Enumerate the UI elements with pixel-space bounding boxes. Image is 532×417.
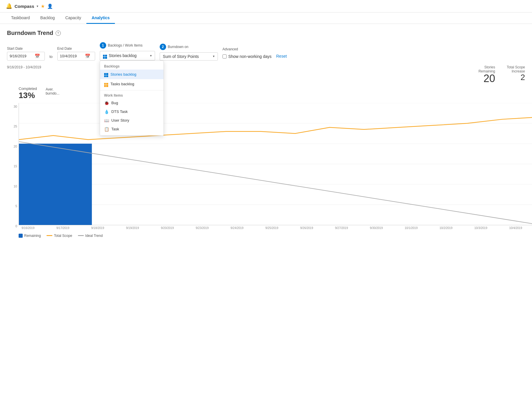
chart-area: 9/16/2019 - 10/4/2019 StoriesRemaining 2… (7, 65, 525, 238)
end-date-calendar-icon[interactable]: 📅 (85, 54, 90, 59)
start-date-input-wrapper[interactable]: 📅 (7, 52, 45, 61)
chart-subheader: Completed 13% Aver. burndo... (19, 86, 525, 100)
dropdown-item-stories-backlog[interactable]: Stories backlog (100, 70, 163, 79)
chart-wrapper: 30 25 20 15 10 5 0 (7, 103, 525, 230)
x-label-14: 10/4/2019 (509, 226, 522, 230)
dropdown-item-task[interactable]: 📋 Task (100, 125, 163, 134)
burndown-dropdown-btn[interactable]: Sum of Story Points ▾ (160, 52, 218, 61)
x-label-6: 9/24/2019 (231, 226, 244, 230)
backlogs-selected-value: Stories backlog (109, 53, 137, 58)
advanced-label: Advanced (223, 47, 272, 51)
y-label-20: 20 (7, 145, 17, 148)
burndown-label: Burndown on (168, 45, 188, 49)
start-date-calendar-icon[interactable]: 📅 (35, 54, 40, 59)
dropdown-item-user-story[interactable]: 📖 User Story (100, 116, 163, 125)
burndown-chevron-icon: ▾ (213, 54, 215, 58)
dropdown-item-tasks-backlog[interactable]: Tasks backlog (100, 79, 163, 89)
start-date-group: Start Date 📅 (7, 47, 45, 61)
remaining-legend-label: Remaining (24, 234, 41, 238)
chart-header: 9/16/2019 - 10/4/2019 StoriesRemaining 2… (7, 65, 525, 84)
page-title: Burndown Trend (7, 30, 53, 36)
burndown-value: Sum of Story Points (163, 54, 199, 59)
x-label-2: 9/18/2019 (91, 226, 104, 230)
bug-icon: 🐞 (104, 101, 109, 105)
tab-taskboard[interactable]: Taskboard (6, 13, 35, 24)
dts-label: DTS Task (111, 109, 128, 114)
avg-burndown-label2: burndo... (46, 91, 59, 95)
stories-backlog-label: Stories backlog (111, 72, 136, 77)
stories-remaining-value: 20 (478, 73, 495, 84)
backlogs-dropdown-wrapper: Stories backlog ▾ Backlogs Stories backl… (100, 51, 155, 61)
app-dropdown-arrow[interactable]: ▾ (37, 4, 38, 8)
end-date-input[interactable] (60, 54, 83, 58)
top-bar: 🔔 Compass ▾ ★ 👤 (0, 0, 532, 13)
page-title-row: Burndown Trend ? (7, 30, 525, 36)
tab-capacity[interactable]: Capacity (60, 13, 86, 24)
ideal-trend-legend-label: Ideal Trend (85, 234, 103, 238)
tab-backlog[interactable]: Backlog (35, 13, 60, 24)
x-label-3: 9/19/2019 (126, 226, 139, 230)
favorite-icon[interactable]: ★ (41, 3, 45, 9)
backlogs-label: Backlogs / Work Items (108, 43, 143, 47)
backlogs-section-label: Backlogs (100, 63, 163, 70)
to-label: to (49, 54, 53, 61)
backlogs-dropdown-btn[interactable]: Stories backlog ▾ (100, 51, 155, 61)
step-2-indicator: 2 Burndown on (160, 44, 218, 50)
x-label-9: 9/27/2019 (335, 226, 348, 230)
completed-value: 13% (19, 91, 37, 100)
x-label-12: 10/2/2019 (440, 226, 453, 230)
y-label-0: 0 (7, 224, 17, 228)
x-label-4: 9/20/2019 (161, 226, 174, 230)
dts-icon: 💧 (104, 109, 109, 114)
legend-total-scope: Total Scope (47, 234, 72, 238)
dropdown-item-bug[interactable]: 🐞 Bug (100, 99, 163, 107)
tab-analytics[interactable]: Analytics (86, 13, 115, 24)
completed-block: Completed 13% (19, 86, 37, 100)
person-add-icon: 👤 (47, 3, 53, 9)
reset-button[interactable]: Reset (276, 52, 287, 61)
x-label-8: 9/26/2019 (300, 226, 313, 230)
show-nonworking-label[interactable]: Show non-working days (228, 54, 272, 59)
help-icon[interactable]: ? (56, 31, 61, 36)
start-date-input[interactable] (10, 54, 33, 58)
y-label-30: 30 (7, 105, 17, 108)
end-date-input-wrapper[interactable]: 📅 (57, 52, 95, 61)
chart-svg (19, 103, 532, 225)
dropdown-divider (100, 90, 163, 91)
show-nonworking-checkbox[interactable] (223, 54, 227, 58)
backlogs-control-group: 1 Backlogs / Work Items Stories backlog … (100, 42, 155, 61)
advanced-group: Advanced Show non-working days (223, 47, 272, 61)
step-1-indicator: 1 Backlogs / Work Items (100, 42, 155, 49)
chart-container (19, 103, 532, 225)
total-scope-value: 2 (507, 73, 525, 81)
start-date-label: Start Date (7, 47, 45, 51)
end-date-label: End Date (57, 47, 95, 51)
stories-backlog-icon (104, 72, 108, 77)
y-label-10: 10 (7, 184, 17, 188)
dropdown-item-dts-task[interactable]: 💧 DTS Task (100, 107, 163, 116)
backlog-grid-icon (103, 53, 107, 59)
y-label-5: 5 (7, 204, 17, 208)
total-scope-color-line (47, 235, 52, 236)
task-icon: 📋 (104, 127, 109, 132)
x-label-7: 9/25/2019 (265, 226, 278, 230)
x-label-13: 10/3/2019 (474, 226, 487, 230)
stories-remaining-label: StoriesRemaining (478, 65, 495, 73)
x-label-0: 9/16/2019 (22, 226, 35, 230)
x-label-11: 10/1/2019 (405, 226, 418, 230)
date-range-label: 9/16/2019 - 10/4/2019 (7, 65, 41, 84)
backlogs-dropdown-menu: Backlogs Stories backlog (100, 61, 164, 136)
total-scope-block: Total ScopeIncrease 2 (507, 65, 525, 84)
avg-burndown-label: Aver. (46, 87, 59, 91)
y-label-15: 15 (7, 164, 17, 168)
avg-burndown-block: Aver. burndo... (46, 86, 59, 100)
tasks-backlog-icon (104, 81, 108, 87)
svg-line-7 (19, 141, 532, 224)
end-date-group: End Date 📅 (57, 47, 95, 61)
svg-rect-6 (19, 143, 92, 225)
legend-remaining: Remaining (19, 234, 41, 238)
y-label-25: 25 (7, 125, 17, 128)
work-items-section-label: Work Items (100, 92, 163, 99)
legend: Remaining Total Scope Ideal Trend (19, 234, 525, 238)
bug-label: Bug (111, 101, 118, 105)
